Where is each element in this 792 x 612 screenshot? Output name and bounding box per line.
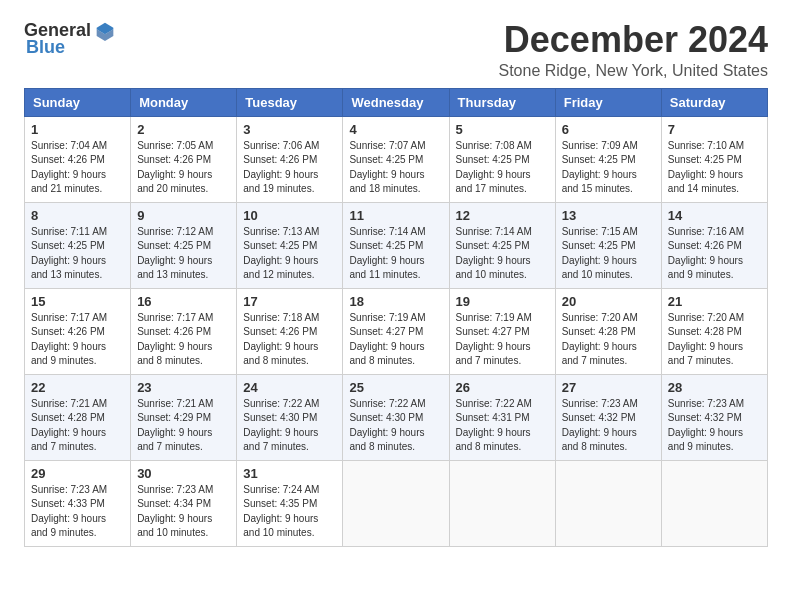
calendar-week-row: 22 Sunrise: 7:21 AMSunset: 4:28 PMDaylig…	[25, 374, 768, 460]
logo-icon	[95, 21, 115, 41]
header-thursday: Thursday	[449, 88, 555, 116]
cell-text: Sunrise: 7:21 AMSunset: 4:28 PMDaylight:…	[31, 398, 107, 453]
table-row: 7 Sunrise: 7:10 AMSunset: 4:25 PMDayligh…	[661, 116, 767, 202]
day-number: 4	[349, 122, 442, 137]
cell-text: Sunrise: 7:17 AMSunset: 4:26 PMDaylight:…	[137, 312, 213, 367]
day-number: 21	[668, 294, 761, 309]
calendar-week-row: 15 Sunrise: 7:17 AMSunset: 4:26 PMDaylig…	[25, 288, 768, 374]
day-number: 18	[349, 294, 442, 309]
calendar-week-row: 1 Sunrise: 7:04 AMSunset: 4:26 PMDayligh…	[25, 116, 768, 202]
cell-text: Sunrise: 7:23 AMSunset: 4:33 PMDaylight:…	[31, 484, 107, 539]
calendar-week-row: 29 Sunrise: 7:23 AMSunset: 4:33 PMDaylig…	[25, 460, 768, 546]
cell-text: Sunrise: 7:09 AMSunset: 4:25 PMDaylight:…	[562, 140, 638, 195]
table-row: 30 Sunrise: 7:23 AMSunset: 4:34 PMDaylig…	[131, 460, 237, 546]
cell-text: Sunrise: 7:12 AMSunset: 4:25 PMDaylight:…	[137, 226, 213, 281]
cell-text: Sunrise: 7:22 AMSunset: 4:31 PMDaylight:…	[456, 398, 532, 453]
day-number: 5	[456, 122, 549, 137]
table-row: 24 Sunrise: 7:22 AMSunset: 4:30 PMDaylig…	[237, 374, 343, 460]
day-number: 3	[243, 122, 336, 137]
day-number: 27	[562, 380, 655, 395]
cell-text: Sunrise: 7:05 AMSunset: 4:26 PMDaylight:…	[137, 140, 213, 195]
cell-text: Sunrise: 7:14 AMSunset: 4:25 PMDaylight:…	[349, 226, 425, 281]
subtitle: Stone Ridge, New York, United States	[499, 62, 769, 80]
day-number: 12	[456, 208, 549, 223]
calendar: Sunday Monday Tuesday Wednesday Thursday…	[24, 88, 768, 547]
table-row: 28 Sunrise: 7:23 AMSunset: 4:32 PMDaylig…	[661, 374, 767, 460]
table-row: 1 Sunrise: 7:04 AMSunset: 4:26 PMDayligh…	[25, 116, 131, 202]
day-number: 14	[668, 208, 761, 223]
day-number: 7	[668, 122, 761, 137]
cell-text: Sunrise: 7:23 AMSunset: 4:34 PMDaylight:…	[137, 484, 213, 539]
cell-text: Sunrise: 7:20 AMSunset: 4:28 PMDaylight:…	[562, 312, 638, 367]
table-row: 17 Sunrise: 7:18 AMSunset: 4:26 PMDaylig…	[237, 288, 343, 374]
logo-blue: Blue	[26, 37, 65, 58]
day-number: 24	[243, 380, 336, 395]
day-number: 23	[137, 380, 230, 395]
title-area: December 2024 Stone Ridge, New York, Uni…	[499, 20, 769, 80]
cell-text: Sunrise: 7:18 AMSunset: 4:26 PMDaylight:…	[243, 312, 319, 367]
cell-text: Sunrise: 7:20 AMSunset: 4:28 PMDaylight:…	[668, 312, 744, 367]
day-number: 11	[349, 208, 442, 223]
cell-text: Sunrise: 7:10 AMSunset: 4:25 PMDaylight:…	[668, 140, 744, 195]
header-wednesday: Wednesday	[343, 88, 449, 116]
day-number: 8	[31, 208, 124, 223]
table-row: 5 Sunrise: 7:08 AMSunset: 4:25 PMDayligh…	[449, 116, 555, 202]
day-number: 17	[243, 294, 336, 309]
cell-text: Sunrise: 7:19 AMSunset: 4:27 PMDaylight:…	[349, 312, 425, 367]
header-saturday: Saturday	[661, 88, 767, 116]
cell-text: Sunrise: 7:16 AMSunset: 4:26 PMDaylight:…	[668, 226, 744, 281]
cell-text: Sunrise: 7:07 AMSunset: 4:25 PMDaylight:…	[349, 140, 425, 195]
table-row: 10 Sunrise: 7:13 AMSunset: 4:25 PMDaylig…	[237, 202, 343, 288]
cell-text: Sunrise: 7:08 AMSunset: 4:25 PMDaylight:…	[456, 140, 532, 195]
day-number: 2	[137, 122, 230, 137]
table-row: 27 Sunrise: 7:23 AMSunset: 4:32 PMDaylig…	[555, 374, 661, 460]
cell-text: Sunrise: 7:22 AMSunset: 4:30 PMDaylight:…	[243, 398, 319, 453]
logo-area: General Blue	[24, 20, 115, 58]
table-row: 22 Sunrise: 7:21 AMSunset: 4:28 PMDaylig…	[25, 374, 131, 460]
table-row: 15 Sunrise: 7:17 AMSunset: 4:26 PMDaylig…	[25, 288, 131, 374]
cell-text: Sunrise: 7:15 AMSunset: 4:25 PMDaylight:…	[562, 226, 638, 281]
header-tuesday: Tuesday	[237, 88, 343, 116]
day-number: 16	[137, 294, 230, 309]
calendar-week-row: 8 Sunrise: 7:11 AMSunset: 4:25 PMDayligh…	[25, 202, 768, 288]
table-row: 23 Sunrise: 7:21 AMSunset: 4:29 PMDaylig…	[131, 374, 237, 460]
day-number: 20	[562, 294, 655, 309]
cell-text: Sunrise: 7:17 AMSunset: 4:26 PMDaylight:…	[31, 312, 107, 367]
table-row: 6 Sunrise: 7:09 AMSunset: 4:25 PMDayligh…	[555, 116, 661, 202]
table-row: 14 Sunrise: 7:16 AMSunset: 4:26 PMDaylig…	[661, 202, 767, 288]
day-number: 28	[668, 380, 761, 395]
cell-text: Sunrise: 7:19 AMSunset: 4:27 PMDaylight:…	[456, 312, 532, 367]
day-number: 25	[349, 380, 442, 395]
table-row: 9 Sunrise: 7:12 AMSunset: 4:25 PMDayligh…	[131, 202, 237, 288]
calendar-header-row: Sunday Monday Tuesday Wednesday Thursday…	[25, 88, 768, 116]
table-row: 19 Sunrise: 7:19 AMSunset: 4:27 PMDaylig…	[449, 288, 555, 374]
cell-text: Sunrise: 7:11 AMSunset: 4:25 PMDaylight:…	[31, 226, 107, 281]
table-row	[449, 460, 555, 546]
table-row	[555, 460, 661, 546]
table-row: 25 Sunrise: 7:22 AMSunset: 4:30 PMDaylig…	[343, 374, 449, 460]
cell-text: Sunrise: 7:06 AMSunset: 4:26 PMDaylight:…	[243, 140, 319, 195]
cell-text: Sunrise: 7:23 AMSunset: 4:32 PMDaylight:…	[562, 398, 638, 453]
header: General Blue December 2024 Stone Ridge, …	[24, 20, 768, 80]
table-row: 20 Sunrise: 7:20 AMSunset: 4:28 PMDaylig…	[555, 288, 661, 374]
day-number: 10	[243, 208, 336, 223]
header-friday: Friday	[555, 88, 661, 116]
table-row: 8 Sunrise: 7:11 AMSunset: 4:25 PMDayligh…	[25, 202, 131, 288]
table-row	[343, 460, 449, 546]
day-number: 30	[137, 466, 230, 481]
cell-text: Sunrise: 7:21 AMSunset: 4:29 PMDaylight:…	[137, 398, 213, 453]
table-row: 16 Sunrise: 7:17 AMSunset: 4:26 PMDaylig…	[131, 288, 237, 374]
day-number: 29	[31, 466, 124, 481]
table-row: 13 Sunrise: 7:15 AMSunset: 4:25 PMDaylig…	[555, 202, 661, 288]
cell-text: Sunrise: 7:14 AMSunset: 4:25 PMDaylight:…	[456, 226, 532, 281]
table-row: 21 Sunrise: 7:20 AMSunset: 4:28 PMDaylig…	[661, 288, 767, 374]
header-monday: Monday	[131, 88, 237, 116]
day-number: 26	[456, 380, 549, 395]
day-number: 1	[31, 122, 124, 137]
table-row: 4 Sunrise: 7:07 AMSunset: 4:25 PMDayligh…	[343, 116, 449, 202]
table-row: 18 Sunrise: 7:19 AMSunset: 4:27 PMDaylig…	[343, 288, 449, 374]
day-number: 13	[562, 208, 655, 223]
header-sunday: Sunday	[25, 88, 131, 116]
table-row: 11 Sunrise: 7:14 AMSunset: 4:25 PMDaylig…	[343, 202, 449, 288]
day-number: 19	[456, 294, 549, 309]
